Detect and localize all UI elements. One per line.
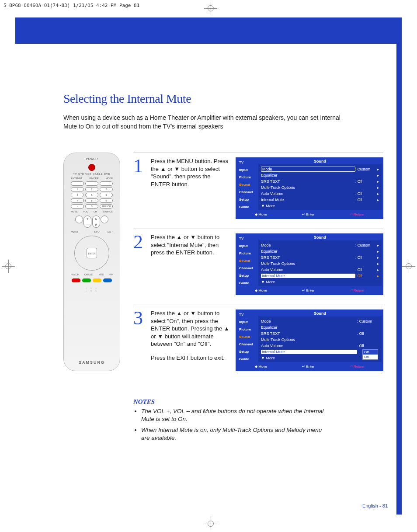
- print-header: 5_BP68-00460A-01(74~83) 1/21/05 4:42 PM …: [0, 0, 143, 11]
- dpad: ENTER: [74, 236, 109, 271]
- osd-tab: Picture: [237, 174, 257, 181]
- mode-row: ANTENNA P.MODE MODE: [67, 177, 116, 180]
- osd-row: ▼ More: [260, 279, 380, 285]
- osd-row: Auto Volume: Off: [260, 191, 380, 197]
- mute-icon: [75, 216, 83, 223]
- source-icon: [101, 216, 108, 223]
- step-text: Press the MENU button. Press the ▲ or ▼ …: [151, 157, 229, 188]
- notes-heading: NOTES: [133, 398, 326, 406]
- osd-row: Equalizer: [260, 172, 380, 178]
- osd-tab: Sound: [237, 334, 257, 341]
- osd-tab: Picture: [237, 326, 257, 333]
- osd-panel-title: Sound: [257, 234, 382, 240]
- page-footer: English - 81: [362, 503, 388, 508]
- osd-tab: Setup: [237, 196, 257, 203]
- osd-tab: Sound: [237, 257, 257, 264]
- osd-row: Mode: Custom: [260, 242, 380, 248]
- osd-footer: ◆ Move↵ Enter⏎ Return: [237, 288, 382, 293]
- osd-tab: Guide: [237, 204, 257, 211]
- osd-row: Auto Volume: Off: [260, 267, 380, 273]
- registration-mark-right: [402, 260, 415, 273]
- osd-footer: ◆ Move↵ Enter⏎ Return: [237, 212, 382, 217]
- step-number: 3: [133, 309, 145, 327]
- content-row: POWER TV STB VCR CABLE DVD ANTENNA P.MOD…: [63, 153, 383, 381]
- osd-row: SRS TSXT: Off: [260, 254, 380, 261]
- osd-tab: TV: [237, 159, 257, 166]
- notes-list: The VOL +, VOL – and Mute buttons do not…: [133, 407, 326, 442]
- step-1: 1Press the MENU button. Press the ▲ or ▼…: [133, 153, 383, 229]
- step-2: 2Press the ▲ or ▼ button to select "Inte…: [133, 229, 383, 305]
- osd-row: Multi-Track Options: [260, 261, 380, 267]
- page-frame: Selecting the Internal Mute When using a…: [15, 17, 402, 515]
- osd-row: Mode: Custom: [260, 166, 380, 172]
- osd-tab: Input: [237, 167, 257, 174]
- osd-tab: Setup: [237, 272, 257, 279]
- osd-tab: TV: [237, 311, 257, 318]
- osd-row: Multi-Track Options: [260, 184, 380, 191]
- osd-screenshot: TVInputPictureSoundChannelSetupGuideSoun…: [236, 309, 383, 371]
- osd-tab: Picture: [237, 250, 257, 257]
- osd-row: Auto Volume: Off: [260, 343, 380, 349]
- osd-row: Equalizer: [260, 248, 380, 254]
- osd-row: Equalizer: [260, 324, 380, 330]
- note-item: The VOL +, VOL – and Mute buttons do not…: [141, 407, 326, 423]
- osd-popup: OffOn: [362, 349, 378, 360]
- osd-row: SRS TSXT: Off: [260, 178, 380, 184]
- registration-mark-left: [2, 260, 15, 273]
- page-title: Selecting the Internal Mute: [63, 92, 383, 106]
- osd-tab: Sound: [237, 181, 257, 188]
- step-number: 1: [133, 157, 145, 175]
- osd-tab: Guide: [237, 280, 257, 287]
- remote-control-illustration: POWER TV STB VCR CABLE DVD ANTENNA P.MOD…: [63, 153, 120, 371]
- osd-tab: Channel: [237, 189, 257, 196]
- osd-footer: ◆ Move↵ Enter⏎ Return: [237, 364, 382, 369]
- osd-row: Multi-Track Options: [260, 337, 380, 343]
- osd-tab: Channel: [237, 341, 257, 348]
- exit-instruction: Press the EXIT button to exit.: [151, 354, 229, 362]
- step-3: 3Press the ▲ or ▼ button to select "On",…: [133, 305, 383, 381]
- registration-mark-bottom: [204, 517, 217, 530]
- osd-row: SRS TSXT: Off: [260, 330, 380, 337]
- osd-row: Internal Mute: [260, 349, 380, 355]
- osd-tab: TV: [237, 235, 257, 242]
- osd-row: ▼ More: [260, 355, 380, 361]
- osd-row: ▼ More: [260, 203, 380, 209]
- osd-tab: Input: [237, 319, 257, 326]
- osd-tab: Channel: [237, 265, 257, 272]
- power-label: POWER: [67, 157, 116, 160]
- osd-tab: Guide: [237, 356, 257, 363]
- osd-row: Internal Mute: Off: [260, 273, 380, 279]
- osd-row: Internal Mute: Off: [260, 197, 380, 203]
- osd-row: Mode: Custom: [260, 318, 380, 324]
- step-number: 2: [133, 233, 145, 251]
- device-labels: TV STB VCR CABLE DVD: [67, 173, 116, 175]
- brand-logo: SAMSUNG: [64, 360, 120, 365]
- step-text: Press the ▲ or ▼ button to select "On", …: [151, 309, 229, 362]
- osd-panel-title: Sound: [257, 310, 382, 316]
- steps-column: 1Press the MENU button. Press the ▲ or ▼…: [133, 153, 383, 381]
- power-button-icon: [88, 164, 95, 171]
- step-text: Press the ▲ or ▼ button to select "Inter…: [151, 233, 229, 257]
- notes-block: NOTES The VOL +, VOL – and Mute buttons …: [133, 398, 326, 442]
- note-item: When Internal Mute is on, only Multi-Tra…: [141, 426, 326, 442]
- osd-screenshot: TVInputPictureSoundChannelSetupGuideSoun…: [236, 233, 383, 295]
- registration-mark-top: [204, 2, 217, 15]
- osd-tab: Input: [237, 243, 257, 250]
- osd-tab: Setup: [237, 348, 257, 355]
- intro-text: When using a device such as a Home Theat…: [63, 114, 348, 131]
- osd-screenshot: TVInputPictureSoundChannelSetupGuideSoun…: [236, 157, 383, 219]
- osd-panel-title: Sound: [257, 158, 382, 164]
